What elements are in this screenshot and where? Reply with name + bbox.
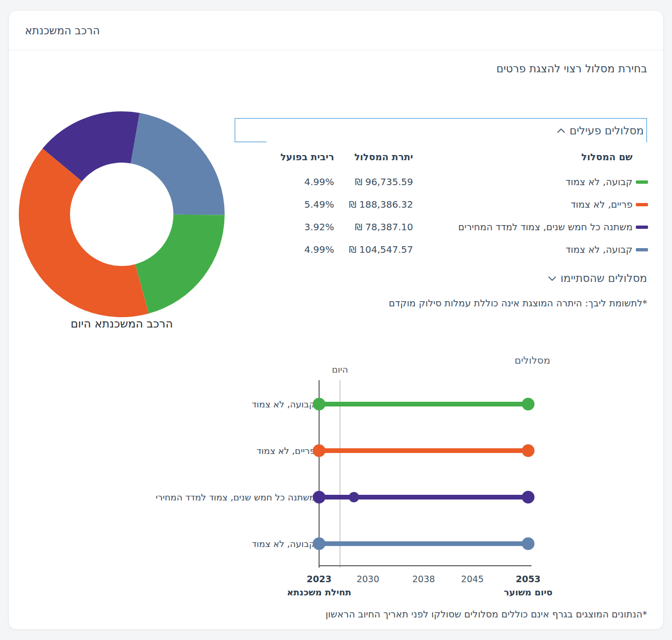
timeline-end-dot[interactable] — [522, 491, 534, 504]
completed-tracks-accordion[interactable]: מסלולים שהסתיימו — [548, 272, 647, 284]
active-tracks-header-label: מסלולים פעילים — [570, 125, 644, 137]
timeline-end-dot[interactable] — [522, 538, 534, 550]
donut-caption: הרכב המשכנתא היום — [18, 317, 225, 330]
track-color-dash — [636, 203, 648, 206]
x-tick-label: 2030 — [357, 574, 379, 584]
completed-tracks-header-label: מסלולים שהסתיימו — [561, 272, 647, 284]
track-balance: ₪ 96,735.59 — [334, 176, 413, 187]
track-color-dash-cell — [633, 180, 648, 184]
page-title: הרכב המשכנתא — [25, 24, 100, 37]
track-color-dash-cell — [633, 248, 648, 251]
page-subtitle: בחירת מסלול רצוי להצגת פרטים — [496, 62, 647, 75]
track-color-dash — [636, 226, 648, 229]
timeline-svg: מסלוליםהיוםקבועה, לא צמודפריים, לא צמודמ… — [156, 351, 658, 614]
track-name: קבועה, לא צמוד — [413, 244, 633, 255]
timeline-end-dot[interactable] — [522, 398, 534, 411]
track-name: קבועה, לא צמוד — [413, 176, 633, 187]
timeline-milestone-dot[interactable] — [349, 492, 359, 502]
track-color-dash — [636, 248, 648, 251]
timeline-title: מסלולים — [515, 355, 550, 366]
card-header: הרכב המשכנתא — [9, 11, 663, 50]
track-row[interactable]: קבועה, לא צמוד₪ 96,735.594.99% — [264, 171, 648, 193]
chart-footnote: *הנתונים המוצגים בגרף אינם כוללים מסלולי… — [326, 609, 647, 620]
mortgage-composition-card: הרכב המשכנתא בחירת מסלול רצוי להצגת פרטי… — [8, 10, 664, 630]
donut-svg — [18, 111, 225, 318]
x-tick-label: 2045 — [461, 574, 484, 584]
x-tick-label: 2023 — [307, 574, 332, 584]
chevron-up-icon — [557, 128, 565, 133]
timeline-start-dot[interactable] — [313, 538, 326, 550]
timeline-start-dot[interactable] — [313, 445, 326, 457]
timeline-end-dot[interactable] — [522, 445, 534, 457]
table-header-row: שם המסלול יתרת המסלול ריבית בפועל — [264, 150, 648, 164]
column-header-rate: ריבית בפועל — [264, 151, 334, 163]
active-tracks-table: שם המסלול יתרת המסלול ריבית בפועל קבועה,… — [264, 150, 648, 261]
timeline-start-dot[interactable] — [313, 491, 326, 504]
timeline-row-label: קבועה, לא צמוד — [252, 399, 315, 409]
track-row[interactable]: משתנה כל חמש שנים, צמוד למדד המחירים₪ 78… — [264, 216, 648, 238]
donut-chart[interactable] — [18, 111, 225, 318]
x-tick-label: 2038 — [412, 574, 435, 584]
track-rate: 3.92% — [264, 221, 334, 233]
column-header-name: שם המסלול — [413, 151, 633, 163]
timeline-row-label: משתנה כל חמש שנים, צמוד למדד המחירים — [156, 492, 315, 502]
donut-segment[interactable] — [135, 215, 225, 314]
timeline-start-dot[interactable] — [313, 398, 326, 411]
track-balance: ₪ 78,387.10 — [334, 221, 413, 233]
track-rate: 5.49% — [264, 199, 334, 210]
track-rate: 4.99% — [264, 244, 334, 255]
active-tracks-rows: קבועה, לא צמוד₪ 96,735.594.99%פריים, לא … — [264, 171, 648, 261]
track-color-dash-cell — [633, 203, 648, 206]
balance-note: *לתשומת ליבך: היתרה המוצגת אינה כוללת עמ… — [389, 297, 647, 309]
track-balance: ₪ 104,547.57 — [334, 244, 413, 255]
track-row[interactable]: פריים, לא צמוד₪ 188,386.325.49% — [264, 193, 648, 216]
x-tick-label: 2053 — [516, 574, 540, 584]
track-color-dash-cell — [633, 226, 648, 229]
timeline-row-label: קבועה, לא צמוד — [252, 539, 315, 549]
today-label: היום — [332, 364, 348, 375]
donut-segment[interactable] — [131, 113, 225, 215]
timeline-chart: מסלוליםהיוםקבועה, לא צמודפריים, לא צמודמ… — [156, 351, 658, 614]
active-tracks-accordion[interactable]: מסלולים פעילים — [234, 118, 647, 142]
track-name: פריים, לא צמוד — [413, 199, 633, 210]
track-rate: 4.99% — [264, 176, 334, 187]
track-name: משתנה כל חמש שנים, צמוד למדד המחירים — [413, 221, 633, 233]
x-tick-sublabel: סיום משוער — [504, 587, 553, 597]
x-tick-sublabel: תחילת משכנתא — [287, 587, 351, 597]
track-row[interactable]: קבועה, לא צמוד₪ 104,547.574.99% — [264, 238, 648, 261]
column-header-balance: יתרת המסלול — [334, 151, 413, 163]
track-balance: ₪ 188,386.32 — [334, 199, 413, 210]
chevron-down-icon — [548, 276, 556, 281]
track-color-dash — [636, 180, 648, 184]
timeline-row-label: פריים, לא צמוד — [257, 445, 315, 456]
